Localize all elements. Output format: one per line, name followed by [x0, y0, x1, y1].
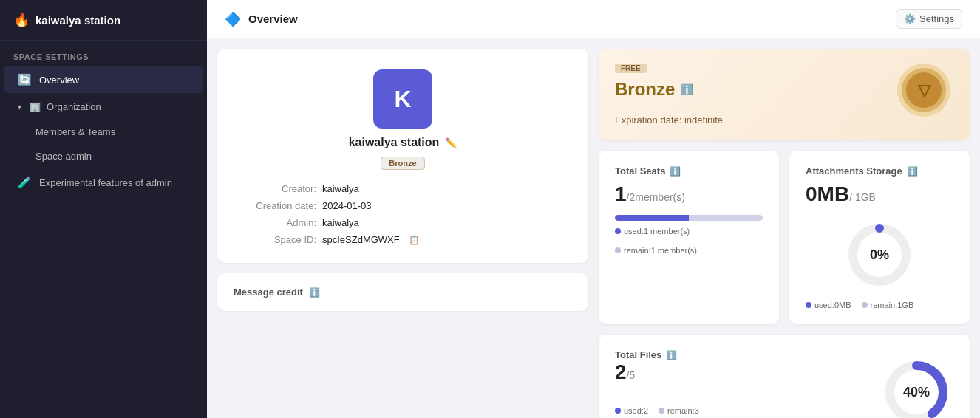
storage-value: 0MB/ 1GB [806, 182, 953, 206]
plan-badge: Bronze [381, 157, 424, 170]
space-name: kaiwalya station [349, 136, 440, 149]
files-donut: 40% [879, 355, 953, 418]
space-settings-label: Space settings [0, 41, 207, 66]
seats-remain-legend: remain:1 member(s) [615, 246, 697, 255]
files-remain-legend: remain:3 [659, 406, 699, 415]
profile-card: K kaiwalya station ✏️ Bronze Creator: ka… [217, 49, 588, 263]
members-teams-label: Members & Teams [35, 126, 115, 137]
svg-text:▽: ▽ [917, 81, 932, 100]
plan-free-tag: Free [615, 64, 647, 73]
files-left: Total Files ℹ️ 2/5 used:2 [615, 349, 874, 415]
left-column: K kaiwalya station ✏️ Bronze Creator: ka… [217, 49, 588, 418]
files-donut-wrap: 40% [879, 355, 953, 418]
seats-used-legend: used:1 member(s) [615, 227, 690, 236]
seats-progress-bar [615, 215, 763, 221]
top-bar: 🔷 Overview ⚙️ Settings [207, 0, 980, 38]
overview-icon: 🔄 [18, 73, 32, 86]
experimental-icon: 🧪 [18, 176, 32, 189]
sidebar-item-members-teams[interactable]: Members & Teams [4, 120, 203, 143]
seats-card: Total Seats ℹ️ 1/2member(s) [599, 151, 779, 324]
files-used-legend: used:2 [615, 406, 648, 415]
main-panel: 🔷 Overview ⚙️ Settings K kaiwalya statio… [207, 0, 980, 418]
admin-row: Admin: kaiwalya [235, 217, 571, 228]
files-title: Total Files ℹ️ [615, 349, 874, 360]
seats-used-label: used:1 member(s) [624, 227, 690, 236]
creation-date-value: 2024-01-03 [322, 200, 372, 211]
storage-card: Attachments Storage ℹ️ 0MB/ 1GB 0% [789, 151, 970, 324]
expiry-label: Expiration date: [615, 114, 681, 126]
message-credit-title: Message credit [234, 287, 303, 298]
space-name-row: kaiwalya station ✏️ [349, 136, 457, 149]
space-id-value: spcIeSZdMGWXF [322, 234, 400, 245]
seats-remain-label: remain:1 member(s) [624, 246, 697, 255]
creator-row: Creator: kaiwalya [235, 183, 571, 194]
storage-donut-label: 0% [843, 218, 916, 292]
storage-title: Attachments Storage ℹ️ [806, 165, 953, 177]
message-credit-info-icon: ℹ️ [309, 287, 320, 298]
seats-value: 1/2member(s) [615, 182, 763, 206]
brand: 🔥 kaiwalya station [0, 0, 207, 41]
storage-title-text: Attachments Storage [806, 165, 902, 177]
files-legend: used:2 remain:3 [615, 406, 874, 415]
space-id-label: Space ID: [235, 234, 316, 245]
seats-remain-bar [689, 215, 763, 221]
files-denom: /5 [627, 369, 636, 381]
message-credit-card: Message credit ℹ️ [217, 273, 588, 311]
admin-label: Admin: [235, 217, 316, 228]
plan-coin-icon: ▽ [894, 61, 953, 120]
avatar: K [373, 69, 432, 129]
storage-donut: 0% [843, 218, 916, 292]
storage-info-icon: ℹ️ [907, 166, 918, 177]
copy-icon[interactable]: 📋 [409, 235, 420, 245]
files-title-text: Total Files [615, 349, 661, 360]
files-card: Total Files ℹ️ 2/5 used:2 [599, 335, 970, 418]
seats-used-dot [615, 228, 621, 234]
storage-number: 0MB [806, 182, 849, 205]
seats-denom: /2member(s) [627, 191, 685, 203]
seats-legend: used:1 member(s) remain:1 member(s) [615, 227, 763, 255]
sidebar-group-organization[interactable]: ▾ 🏢 Organization [4, 95, 203, 119]
files-donut-label: 40% [879, 355, 953, 418]
sidebar-item-space-admin[interactable]: Space admin [4, 145, 203, 168]
seats-title: Total Seats ℹ️ [615, 165, 763, 177]
storage-donut-wrap: 0% [806, 218, 953, 292]
files-remain-dot [659, 408, 664, 414]
brand-icon: 🔥 [13, 12, 30, 28]
plan-info-icon: ℹ️ [681, 83, 693, 95]
chevron-down-icon: ▾ [18, 103, 21, 111]
creation-date-label: Creation date: [235, 200, 316, 211]
creator-value: kaiwalya [322, 183, 359, 194]
space-id-row: Space ID: spcIeSZdMGWXF 📋 [235, 234, 571, 245]
sidebar: 🔥 kaiwalya station Space settings 🔄 Over… [0, 0, 207, 418]
info-grid: Creator: kaiwalya Creation date: 2024-01… [235, 183, 571, 245]
storage-used-label: used:0MB [814, 301, 851, 309]
storage-used-legend: used:0MB [806, 301, 851, 309]
organization-icon: 🏢 [29, 101, 41, 112]
plan-card: Free Bronze ℹ️ ▽ Expiration date: indefi… [599, 49, 970, 140]
sidebar-item-experimental[interactable]: 🧪 Experimental features of admin [4, 169, 203, 196]
sidebar-item-overview[interactable]: 🔄 Overview [4, 66, 203, 93]
files-used-dot [615, 408, 621, 414]
gear-icon: ⚙️ [904, 13, 916, 24]
settings-button[interactable]: ⚙️ Settings [896, 9, 962, 29]
settings-label: Settings [919, 13, 954, 24]
expiry-value: indefinite [684, 114, 723, 126]
storage-denom: / 1GB [849, 191, 876, 203]
admin-value: kaiwalya [322, 217, 359, 228]
seats-title-text: Total Seats [615, 165, 665, 177]
files-used-label: used:2 [624, 406, 648, 415]
files-number: 2 [615, 360, 627, 383]
sidebar-item-label: Overview [39, 75, 79, 86]
files-value: 2/5 [615, 360, 874, 384]
experimental-label: Experimental features of admin [39, 177, 172, 188]
storage-remain-label: remain:1GB [871, 301, 914, 309]
storage-used-dot [806, 302, 811, 308]
edit-icon[interactable]: ✏️ [445, 137, 457, 148]
overview-tab-icon: 🔷 [225, 11, 241, 27]
space-admin-label: Space admin [35, 151, 92, 162]
brand-name: kaiwalya station [35, 14, 120, 27]
seats-info-icon: ℹ️ [670, 166, 681, 177]
creator-label: Creator: [235, 183, 316, 194]
files-legend-area: used:2 remain:3 [615, 406, 874, 415]
storage-legend: used:0MB remain:1GB [806, 301, 953, 309]
